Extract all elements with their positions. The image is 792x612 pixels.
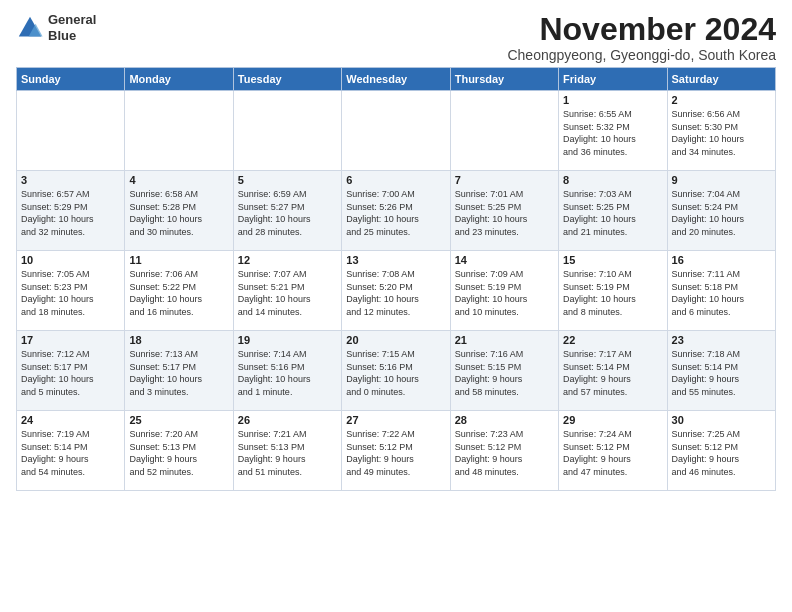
day-info: Sunrise: 7:16 AM Sunset: 5:15 PM Dayligh… <box>455 348 554 398</box>
day-info: Sunrise: 7:13 AM Sunset: 5:17 PM Dayligh… <box>129 348 228 398</box>
calendar: Sunday Monday Tuesday Wednesday Thursday… <box>16 67 776 491</box>
day-number: 26 <box>238 414 337 426</box>
day-info: Sunrise: 7:23 AM Sunset: 5:12 PM Dayligh… <box>455 428 554 478</box>
calendar-cell: 6Sunrise: 7:00 AM Sunset: 5:26 PM Daylig… <box>342 171 450 251</box>
day-info: Sunrise: 6:57 AM Sunset: 5:29 PM Dayligh… <box>21 188 120 238</box>
day-number: 6 <box>346 174 445 186</box>
day-number: 18 <box>129 334 228 346</box>
calendar-cell <box>17 91 125 171</box>
calendar-cell: 5Sunrise: 6:59 AM Sunset: 5:27 PM Daylig… <box>233 171 341 251</box>
day-info: Sunrise: 7:19 AM Sunset: 5:14 PM Dayligh… <box>21 428 120 478</box>
day-number: 17 <box>21 334 120 346</box>
calendar-week-4: 17Sunrise: 7:12 AM Sunset: 5:17 PM Dayli… <box>17 331 776 411</box>
calendar-week-2: 3Sunrise: 6:57 AM Sunset: 5:29 PM Daylig… <box>17 171 776 251</box>
day-number: 3 <box>21 174 120 186</box>
day-number: 21 <box>455 334 554 346</box>
calendar-cell: 22Sunrise: 7:17 AM Sunset: 5:14 PM Dayli… <box>559 331 667 411</box>
calendar-cell: 17Sunrise: 7:12 AM Sunset: 5:17 PM Dayli… <box>17 331 125 411</box>
month-title: November 2024 <box>507 12 776 47</box>
header-monday: Monday <box>125 68 233 91</box>
day-number: 24 <box>21 414 120 426</box>
header: General Blue November 2024 Cheongpyeong,… <box>16 12 776 63</box>
calendar-cell: 25Sunrise: 7:20 AM Sunset: 5:13 PM Dayli… <box>125 411 233 491</box>
logo-text: General Blue <box>48 12 96 43</box>
calendar-cell: 9Sunrise: 7:04 AM Sunset: 5:24 PM Daylig… <box>667 171 775 251</box>
calendar-cell: 29Sunrise: 7:24 AM Sunset: 5:12 PM Dayli… <box>559 411 667 491</box>
day-info: Sunrise: 7:03 AM Sunset: 5:25 PM Dayligh… <box>563 188 662 238</box>
calendar-cell: 8Sunrise: 7:03 AM Sunset: 5:25 PM Daylig… <box>559 171 667 251</box>
day-info: Sunrise: 7:00 AM Sunset: 5:26 PM Dayligh… <box>346 188 445 238</box>
day-info: Sunrise: 7:08 AM Sunset: 5:20 PM Dayligh… <box>346 268 445 318</box>
day-number: 8 <box>563 174 662 186</box>
calendar-cell: 3Sunrise: 6:57 AM Sunset: 5:29 PM Daylig… <box>17 171 125 251</box>
logo-icon <box>16 14 44 42</box>
calendar-cell <box>342 91 450 171</box>
calendar-cell: 24Sunrise: 7:19 AM Sunset: 5:14 PM Dayli… <box>17 411 125 491</box>
day-info: Sunrise: 7:14 AM Sunset: 5:16 PM Dayligh… <box>238 348 337 398</box>
day-info: Sunrise: 7:04 AM Sunset: 5:24 PM Dayligh… <box>672 188 771 238</box>
day-info: Sunrise: 7:20 AM Sunset: 5:13 PM Dayligh… <box>129 428 228 478</box>
calendar-cell: 28Sunrise: 7:23 AM Sunset: 5:12 PM Dayli… <box>450 411 558 491</box>
day-number: 25 <box>129 414 228 426</box>
day-number: 29 <box>563 414 662 426</box>
day-number: 10 <box>21 254 120 266</box>
page-container: General Blue November 2024 Cheongpyeong,… <box>0 0 792 499</box>
day-info: Sunrise: 7:25 AM Sunset: 5:12 PM Dayligh… <box>672 428 771 478</box>
calendar-header-row: Sunday Monday Tuesday Wednesday Thursday… <box>17 68 776 91</box>
location: Cheongpyeong, Gyeonggi-do, South Korea <box>507 47 776 63</box>
day-info: Sunrise: 7:05 AM Sunset: 5:23 PM Dayligh… <box>21 268 120 318</box>
day-number: 14 <box>455 254 554 266</box>
calendar-cell <box>450 91 558 171</box>
day-number: 13 <box>346 254 445 266</box>
day-number: 4 <box>129 174 228 186</box>
day-info: Sunrise: 7:17 AM Sunset: 5:14 PM Dayligh… <box>563 348 662 398</box>
header-saturday: Saturday <box>667 68 775 91</box>
day-number: 1 <box>563 94 662 106</box>
calendar-cell: 7Sunrise: 7:01 AM Sunset: 5:25 PM Daylig… <box>450 171 558 251</box>
calendar-cell: 27Sunrise: 7:22 AM Sunset: 5:12 PM Dayli… <box>342 411 450 491</box>
calendar-week-1: 1Sunrise: 6:55 AM Sunset: 5:32 PM Daylig… <box>17 91 776 171</box>
day-number: 11 <box>129 254 228 266</box>
calendar-cell: 18Sunrise: 7:13 AM Sunset: 5:17 PM Dayli… <box>125 331 233 411</box>
day-number: 28 <box>455 414 554 426</box>
day-number: 19 <box>238 334 337 346</box>
day-info: Sunrise: 6:59 AM Sunset: 5:27 PM Dayligh… <box>238 188 337 238</box>
day-info: Sunrise: 7:09 AM Sunset: 5:19 PM Dayligh… <box>455 268 554 318</box>
calendar-cell: 15Sunrise: 7:10 AM Sunset: 5:19 PM Dayli… <box>559 251 667 331</box>
title-area: November 2024 Cheongpyeong, Gyeonggi-do,… <box>507 12 776 63</box>
calendar-cell <box>125 91 233 171</box>
calendar-cell: 30Sunrise: 7:25 AM Sunset: 5:12 PM Dayli… <box>667 411 775 491</box>
calendar-week-3: 10Sunrise: 7:05 AM Sunset: 5:23 PM Dayli… <box>17 251 776 331</box>
calendar-cell: 2Sunrise: 6:56 AM Sunset: 5:30 PM Daylig… <box>667 91 775 171</box>
calendar-cell: 4Sunrise: 6:58 AM Sunset: 5:28 PM Daylig… <box>125 171 233 251</box>
day-info: Sunrise: 7:11 AM Sunset: 5:18 PM Dayligh… <box>672 268 771 318</box>
day-number: 7 <box>455 174 554 186</box>
day-number: 5 <box>238 174 337 186</box>
day-info: Sunrise: 7:06 AM Sunset: 5:22 PM Dayligh… <box>129 268 228 318</box>
calendar-cell: 20Sunrise: 7:15 AM Sunset: 5:16 PM Dayli… <box>342 331 450 411</box>
calendar-cell: 11Sunrise: 7:06 AM Sunset: 5:22 PM Dayli… <box>125 251 233 331</box>
calendar-cell: 10Sunrise: 7:05 AM Sunset: 5:23 PM Dayli… <box>17 251 125 331</box>
calendar-cell: 12Sunrise: 7:07 AM Sunset: 5:21 PM Dayli… <box>233 251 341 331</box>
header-friday: Friday <box>559 68 667 91</box>
day-info: Sunrise: 6:55 AM Sunset: 5:32 PM Dayligh… <box>563 108 662 158</box>
day-info: Sunrise: 7:22 AM Sunset: 5:12 PM Dayligh… <box>346 428 445 478</box>
header-wednesday: Wednesday <box>342 68 450 91</box>
day-number: 16 <box>672 254 771 266</box>
day-info: Sunrise: 6:58 AM Sunset: 5:28 PM Dayligh… <box>129 188 228 238</box>
day-number: 12 <box>238 254 337 266</box>
header-sunday: Sunday <box>17 68 125 91</box>
calendar-cell: 14Sunrise: 7:09 AM Sunset: 5:19 PM Dayli… <box>450 251 558 331</box>
day-number: 9 <box>672 174 771 186</box>
day-info: Sunrise: 6:56 AM Sunset: 5:30 PM Dayligh… <box>672 108 771 158</box>
logo: General Blue <box>16 12 96 43</box>
day-info: Sunrise: 7:18 AM Sunset: 5:14 PM Dayligh… <box>672 348 771 398</box>
day-info: Sunrise: 7:10 AM Sunset: 5:19 PM Dayligh… <box>563 268 662 318</box>
calendar-week-5: 24Sunrise: 7:19 AM Sunset: 5:14 PM Dayli… <box>17 411 776 491</box>
logo-general: General <box>48 12 96 28</box>
day-number: 15 <box>563 254 662 266</box>
calendar-cell: 21Sunrise: 7:16 AM Sunset: 5:15 PM Dayli… <box>450 331 558 411</box>
day-number: 22 <box>563 334 662 346</box>
day-info: Sunrise: 7:15 AM Sunset: 5:16 PM Dayligh… <box>346 348 445 398</box>
logo-blue: Blue <box>48 28 96 44</box>
